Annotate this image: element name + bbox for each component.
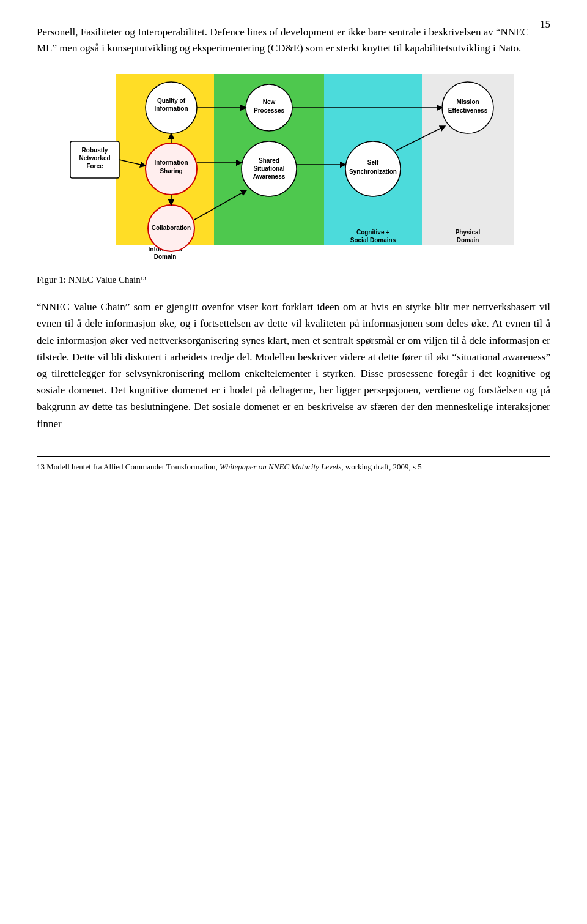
svg-text:Processes: Processes xyxy=(254,107,284,114)
footnote-normal: Modell hentet fra Allied Commander Trans… xyxy=(45,462,220,471)
svg-text:Self: Self xyxy=(367,159,379,166)
footnote-area: 13 Modell hentet fra Allied Commander Tr… xyxy=(37,456,550,473)
svg-text:Cognitive +: Cognitive + xyxy=(356,229,389,236)
svg-text:Sharing: Sharing xyxy=(160,168,182,174)
svg-text:Domain: Domain xyxy=(154,253,177,260)
svg-text:Shared: Shared xyxy=(259,157,279,164)
svg-text:Force: Force xyxy=(86,163,103,170)
svg-text:Information: Information xyxy=(155,105,188,112)
svg-text:Quality of: Quality of xyxy=(157,97,186,104)
footnote-normal2: , working draft, 2009, s 5 xyxy=(341,462,421,471)
body-paragraph-1: “NNEC Value Chain” som er gjengitt ovenf… xyxy=(37,299,550,432)
footnote-italic: Whitepaper on NNEC Maturity Levels xyxy=(220,462,341,471)
footnote-number: 13 xyxy=(37,462,45,471)
figure-caption: Figur 1: NNEC Value Chain¹³ xyxy=(37,273,550,287)
svg-text:Awareness: Awareness xyxy=(253,173,286,180)
svg-text:Physical: Physical xyxy=(456,229,481,236)
diagram-container: Robustly Networked Force Information Dom… xyxy=(67,68,520,267)
svg-text:Synchronization: Synchronization xyxy=(349,168,397,175)
svg-text:Situational: Situational xyxy=(253,165,284,172)
svg-text:Robustly: Robustly xyxy=(82,147,108,154)
page-number: 15 xyxy=(540,18,550,31)
svg-text:New: New xyxy=(263,99,276,105)
svg-text:Domain: Domain xyxy=(457,237,479,244)
svg-text:Collaboration: Collaboration xyxy=(152,225,191,231)
svg-text:Effectiveness: Effectiveness xyxy=(448,107,488,114)
svg-text:Networked: Networked xyxy=(79,155,110,162)
footnote-text: 13 Modell hentet fra Allied Commander Tr… xyxy=(37,461,550,473)
svg-text:Mission: Mission xyxy=(456,99,479,105)
intro-paragraph: Personell, Fasiliteter og Interoperabili… xyxy=(37,24,550,57)
svg-text:Social Domains: Social Domains xyxy=(350,237,396,244)
svg-text:Information: Information xyxy=(155,159,188,166)
